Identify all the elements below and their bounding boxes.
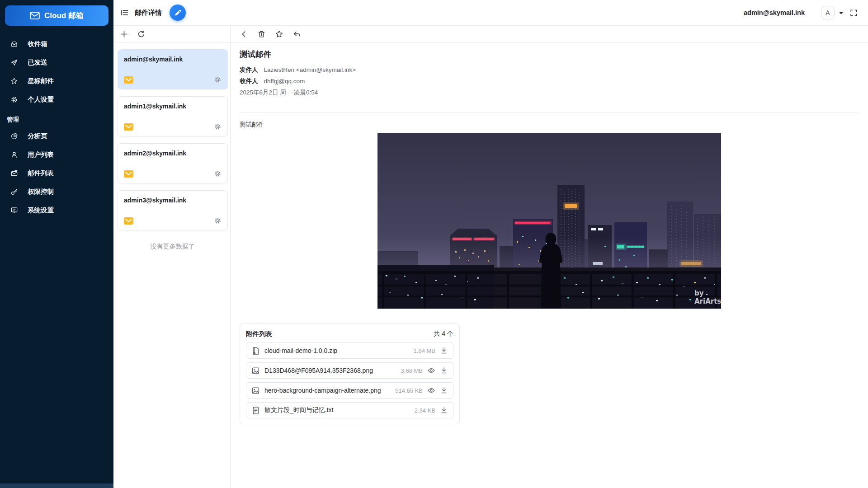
gear-icon	[214, 76, 222, 84]
meta-divider	[240, 112, 859, 113]
from-row: 发件人 LaziestRen <admin@skymail.ink>	[240, 64, 859, 75]
attachment-row: cloud-mail-demo-1.0.0.zip 1.84 MB	[246, 343, 453, 359]
sidebar-item-personal-settings[interactable]: 个人设置	[0, 90, 113, 109]
to-value: dhffgj@qq.com	[264, 75, 305, 87]
account-settings-button[interactable]	[214, 170, 222, 178]
envelope-icon	[124, 123, 133, 131]
attachment-name: D133D468@F095A914.353F2368.png	[264, 367, 396, 374]
back-button[interactable]	[240, 30, 248, 38]
envelope-icon	[124, 76, 133, 84]
pie-chart-icon	[10, 132, 18, 140]
download-button[interactable]	[440, 347, 448, 355]
compose-button[interactable]	[170, 5, 186, 21]
from-label: 发件人	[240, 64, 258, 75]
attachment-size: 1.84 MB	[414, 347, 435, 354]
account-card[interactable]: admin@skymail.ink	[118, 49, 228, 89]
account-settings-button[interactable]	[214, 76, 222, 84]
to-label: 收件人	[240, 75, 258, 87]
caret-down-icon[interactable]	[839, 10, 844, 15]
content-columns: admin@skymail.ink ad	[113, 43, 868, 488]
delete-button[interactable]	[257, 30, 266, 38]
avatar[interactable]: A	[821, 6, 835, 19]
star-button[interactable]	[275, 30, 283, 38]
attachment-row: hero-background-campaign-alternate.png 5…	[246, 382, 453, 399]
chevron-left-icon	[240, 30, 248, 38]
refresh-button[interactable]	[137, 30, 146, 38]
attachment-name: hero-background-campaign-alternate.png	[264, 387, 391, 394]
to-row: 收件人 dhffgj@qq.com	[240, 75, 859, 87]
fullscreen-button[interactable]	[849, 9, 858, 17]
attachments-header: 附件列表 共 4 个	[246, 329, 453, 339]
account-address: admin1@skymail.ink	[124, 103, 222, 110]
avatar-letter: A	[826, 9, 830, 16]
preview-button[interactable]	[427, 366, 435, 375]
account-address: admin3@skymail.ink	[124, 197, 222, 204]
app-logo[interactable]: Cloud 邮箱	[5, 5, 108, 26]
card-footer	[124, 123, 222, 131]
account-settings-button[interactable]	[214, 217, 222, 225]
attachments-count: 共 4 个	[434, 330, 453, 338]
sidebar-item-label: 个人设置	[28, 95, 54, 104]
key-icon	[10, 188, 18, 196]
account-address: admin@skymail.ink	[124, 56, 222, 63]
sidebar-item-system-settings[interactable]: 系统设置	[0, 201, 113, 220]
star-icon	[275, 30, 283, 38]
sidebar-item-user-list[interactable]: 用户列表	[0, 145, 113, 164]
attachment-size: 514.65 KB	[395, 387, 423, 394]
mail-date: 2025年6月2日 周一 凌晨0:54	[240, 87, 859, 98]
gear-icon	[214, 217, 222, 225]
download-icon	[440, 386, 448, 394]
gear-icon	[214, 123, 222, 131]
sidebar-item-label: 分析页	[28, 132, 47, 141]
sidebar-item-sent[interactable]: 已发送	[0, 53, 113, 72]
preview-button[interactable]	[427, 386, 435, 394]
download-button[interactable]	[440, 366, 448, 375]
sidebar-item-permissions[interactable]: 权限控制	[0, 183, 113, 201]
app-window: Cloud 邮箱 收件箱 已发送 星标邮件 个人设置	[0, 0, 868, 488]
attachment-name: 散文片段_时间与记忆.txt	[264, 406, 410, 414]
envelope-icon	[124, 170, 133, 178]
sidebar-item-label: 用户列表	[28, 150, 54, 159]
text-file-icon	[251, 406, 260, 415]
sidebar-item-label: 星标邮件	[28, 77, 54, 85]
email-embedded-image: by AriArts	[240, 133, 859, 309]
monitor-icon	[10, 206, 18, 214]
attachment-size: 2.34 KB	[415, 407, 435, 414]
send-icon	[10, 59, 18, 66]
account-card[interactable]: admin3@skymail.ink	[118, 190, 228, 230]
download-button[interactable]	[440, 386, 448, 394]
account-card[interactable]: admin2@skymail.ink	[118, 143, 228, 183]
image-file-icon	[251, 386, 260, 395]
download-icon	[440, 406, 448, 414]
sidebar-item-inbox[interactable]: 收件箱	[0, 35, 113, 53]
download-button[interactable]	[440, 406, 448, 414]
toolbar-row	[113, 26, 868, 43]
sidebar-bottom-strip	[0, 483, 113, 488]
list-toolbar	[113, 26, 231, 42]
card-footer	[124, 76, 222, 84]
inbox-icon	[10, 40, 18, 48]
account-list: admin@skymail.ink ad	[113, 43, 231, 488]
sidebar-item-label: 系统设置	[28, 206, 54, 215]
add-account-button[interactable]	[120, 30, 128, 38]
message-toolbar	[231, 26, 868, 42]
attachment-row: 散文片段_时间与记忆.txt 2.34 KB	[246, 402, 453, 418]
gear-icon	[214, 170, 222, 178]
sidebar-item-analytics[interactable]: 分析页	[0, 127, 113, 145]
sidebar-item-mail-list[interactable]: 邮件列表	[0, 164, 113, 183]
reply-button[interactable]	[292, 30, 301, 38]
attachments-panel: 附件列表 共 4 个 cloud-mail-demo-1.0.0.zip 1.8…	[240, 324, 460, 424]
attachment-size: 3.68 MB	[401, 367, 423, 374]
image-watermark-line1: by	[694, 289, 704, 297]
sidebar-item-label: 邮件列表	[28, 169, 54, 178]
main-region: 邮件详情 admin@skymail.ink A	[113, 0, 868, 488]
sidebar-item-label: 已发送	[28, 58, 47, 67]
account-settings-button[interactable]	[214, 123, 222, 131]
envelope-icon	[124, 217, 133, 225]
plus-icon	[120, 30, 128, 38]
account-card[interactable]: admin1@skymail.ink	[118, 96, 228, 136]
mail-body-text: 测试邮件	[240, 121, 859, 129]
sidebar-item-starred[interactable]: 星标邮件	[0, 72, 113, 90]
menu-fold-icon[interactable]	[120, 8, 129, 17]
refresh-icon	[137, 30, 146, 38]
